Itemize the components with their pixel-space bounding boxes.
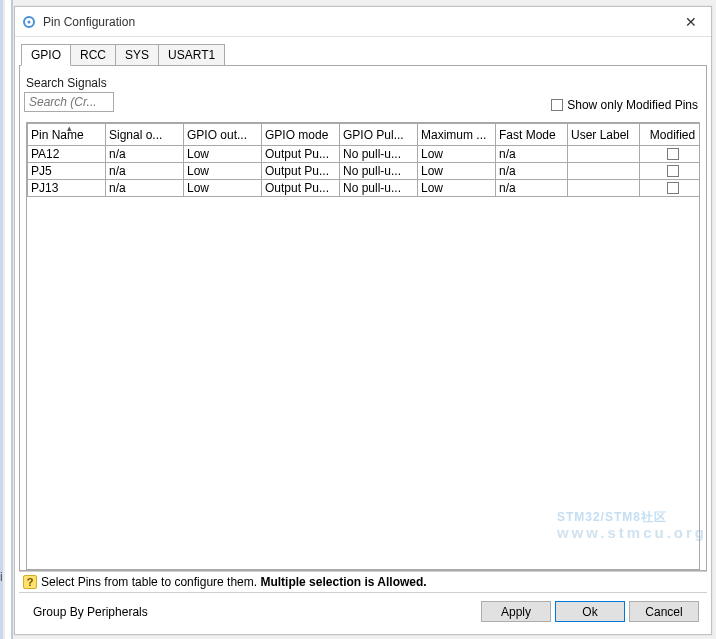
table-cell [568,163,640,180]
table-cell: Low [418,180,496,197]
table-cell: n/a [106,180,184,197]
close-button[interactable]: ✕ [679,10,703,34]
table-row[interactable]: PA12n/aLowOutput Pu...No pull-u...Lown/a [28,146,701,163]
show-only-modified-checkbox[interactable]: Show only Modified Pins [551,98,698,112]
window-title: Pin Configuration [43,15,135,29]
table-cell [568,180,640,197]
gear-icon [21,14,37,30]
table-cell: No pull-u... [340,180,418,197]
hint-text: Select Pins from table to configure them… [41,575,427,589]
column-header[interactable]: GPIO out... [184,124,262,146]
table-cell: n/a [106,163,184,180]
table-cell [568,146,640,163]
table-row[interactable]: PJ5n/aLowOutput Pu...No pull-u...Lown/a [28,163,701,180]
table-cell: n/a [496,180,568,197]
checkbox-icon [667,165,679,177]
column-header[interactable]: Fast Mode [496,124,568,146]
table-cell: Low [184,146,262,163]
column-header[interactable]: GPIO mode [262,124,340,146]
table-cell: Low [418,163,496,180]
hint-bar: ? Select Pins from table to configure th… [19,571,707,593]
tab-gpio[interactable]: GPIO [21,44,71,66]
table-row[interactable]: PJ13n/aLowOutput Pu...No pull-u...Lown/a [28,180,701,197]
modified-cell[interactable] [640,146,701,163]
column-header[interactable]: Pin Name [28,124,106,146]
modified-cell[interactable] [640,163,701,180]
modified-cell[interactable] [640,180,701,197]
apply-button[interactable]: Apply [481,601,551,622]
table-cell: n/a [496,146,568,163]
column-header[interactable]: GPIO Pul... [340,124,418,146]
tab-usart1[interactable]: USART1 [159,44,225,66]
tab-sys[interactable]: SYS [116,44,159,66]
column-header[interactable]: Signal o... [106,124,184,146]
table-cell: Output Pu... [262,163,340,180]
tab-strip: GPIORCCSYSUSART1 [21,43,707,65]
column-header[interactable]: Maximum ... [418,124,496,146]
ok-button[interactable]: Ok [555,601,625,622]
table-cell: n/a [496,163,568,180]
table-cell: Low [184,180,262,197]
table-cell: No pull-u... [340,146,418,163]
search-input[interactable] [24,92,114,112]
show-only-modified-label: Show only Modified Pins [567,98,698,112]
table-cell: PJ13 [28,180,106,197]
svg-point-1 [28,20,31,23]
table-cell: Low [184,163,262,180]
checkbox-icon [551,99,563,111]
table-cell: n/a [106,146,184,163]
search-label: Search Signals [26,76,114,90]
column-header[interactable]: Modified [640,124,701,146]
table-cell: Low [418,146,496,163]
checkbox-icon [667,182,679,194]
group-by-peripherals-label: Group By Peripherals [33,605,148,619]
group-by-peripherals-checkbox[interactable]: Group By Peripherals [27,605,148,619]
tab-rcc[interactable]: RCC [71,44,116,66]
table-cell: Output Pu... [262,146,340,163]
pins-table: ▴ Pin NameSignal o...GPIO out...GPIO mod… [26,122,700,570]
column-header[interactable]: User Label [568,124,640,146]
cancel-button[interactable]: Cancel [629,601,699,622]
table-cell: PA12 [28,146,106,163]
title-bar: Pin Configuration ✕ [15,7,711,37]
pin-config-dialog: Pin Configuration ✕ GPIORCCSYSUSART1 Sea… [14,6,712,635]
table-cell: Output Pu... [262,180,340,197]
table-cell: PJ5 [28,163,106,180]
lightbulb-icon: ? [23,575,37,589]
checkbox-icon [667,148,679,160]
table-cell: No pull-u... [340,163,418,180]
